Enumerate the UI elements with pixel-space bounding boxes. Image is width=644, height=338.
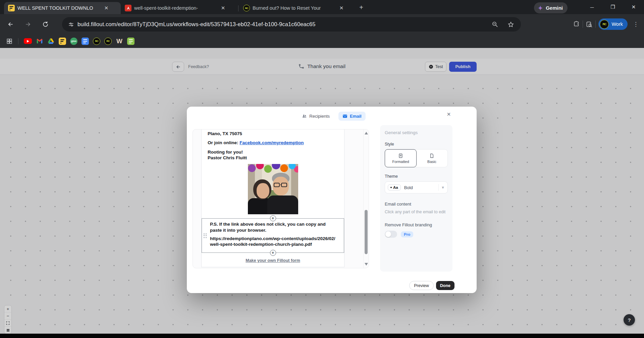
browser-tab-1[interactable]: WELL SPENT TOOLKIT DOWNLO ✕ <box>4 2 121 14</box>
theme-value: Bold <box>404 185 438 190</box>
browser-chrome: WELL SPENT TOOLKIT DOWNLO ✕ well-spent-t… <box>0 0 644 48</box>
branding-label: Remove Fillout branding <box>385 222 448 227</box>
tab-title: well-spent-toolkit-redemption- <box>134 5 217 11</box>
gloo-label: gloo <box>71 40 76 43</box>
url-text: build.fillout.com/editor/8TyTjD3QmLus/wo… <box>77 21 316 27</box>
modal-footer: Preview Done <box>409 281 454 290</box>
tab-separator <box>238 5 238 11</box>
theme-label: Theme <box>385 174 448 179</box>
extensions-icon[interactable] <box>573 21 580 27</box>
drag-handle[interactable] <box>204 233 207 238</box>
email-signoff: Rooting for you! <box>208 149 338 155</box>
bookmark-w-icon[interactable]: W <box>116 38 123 45</box>
bottom-strip <box>0 334 644 338</box>
apps-grid-icon[interactable] <box>6 38 13 45</box>
formatted-label: Formatted <box>392 160 409 164</box>
bookmark-youtube-icon[interactable] <box>24 38 32 44</box>
email-address-line: Plano, TX 75075 <box>208 131 338 136</box>
bookmark-gmail-icon[interactable] <box>36 38 43 45</box>
bookmark-gloo-icon[interactable]: gloo <box>70 38 77 45</box>
fillout-favicon-icon <box>8 5 15 11</box>
email-scrollbar[interactable] <box>363 129 369 268</box>
gemini-label: Gemini <box>546 5 563 11</box>
general-settings-panel: General settings Style Formatted Basic T… <box>380 125 452 272</box>
email-label: Email <box>350 114 362 119</box>
bookmark-star-icon[interactable] <box>507 21 514 28</box>
fillout-branding-link[interactable]: Make your own Fillout form <box>246 258 300 263</box>
email-join-line: Or join online: Facebook.com/myredemptio… <box>208 140 338 146</box>
email-preview-pane: Plano, TX 75075 Or join online: Facebook… <box>193 129 369 268</box>
style-option-basic[interactable]: Basic <box>416 150 447 167</box>
theme-dropdown[interactable]: Aa Bold ▼ <box>385 181 448 193</box>
photo-glasses <box>274 183 287 187</box>
toolbar-separator <box>595 20 596 28</box>
browser-menu-button[interactable]: ⋮ <box>633 21 639 28</box>
tab-close-icon[interactable]: ✕ <box>103 5 109 11</box>
browser-toolbar: build.fillout.com/editor/8TyTjD3QmLus/wo… <box>0 14 644 34</box>
tab-recipients[interactable]: Recipients <box>298 112 334 121</box>
photo-umbrellas <box>248 164 298 178</box>
email-body[interactable]: Plano, TX 75075 Or join online: Facebook… <box>201 129 344 267</box>
bookmark-rc2-icon[interactable]: RC <box>104 38 112 45</box>
bookmarks-separator <box>18 38 18 44</box>
gemini-star-icon <box>537 5 543 11</box>
browser-tab-2[interactable]: well-spent-toolkit-redemption- ✕ <box>121 2 237 14</box>
pdf-favicon-icon <box>125 5 131 11</box>
tab-title: WELL SPENT TOOLKIT DOWNLO <box>17 5 101 11</box>
branding-toggle[interactable] <box>385 231 397 238</box>
photo-person-man <box>267 195 298 214</box>
scrollbar-thumb[interactable] <box>365 210 368 254</box>
style-label: Style <box>385 142 448 147</box>
tab-search-icon[interactable] <box>586 21 593 28</box>
ps-text: P.S. If the link above does not click, y… <box>210 221 338 233</box>
tab-email[interactable]: Email <box>338 112 366 121</box>
add-block-below-button[interactable]: + <box>270 250 276 256</box>
reload-button[interactable] <box>40 18 51 30</box>
modal-tab-bar: Recipients Email <box>187 112 477 121</box>
tab-close-icon[interactable]: ✕ <box>338 5 344 11</box>
tab-close-icon[interactable]: ✕ <box>220 5 226 11</box>
done-button[interactable]: Done <box>436 281 454 290</box>
profile-avatar: RC <box>600 20 609 29</box>
browser-tab-3[interactable]: RC Burned out? How to Reset Your ✕ <box>239 2 353 14</box>
site-settings-icon[interactable] <box>68 21 74 27</box>
scroll-down-icon[interactable] <box>365 263 368 266</box>
theme-style-chip: Aa <box>388 184 401 190</box>
zoom-indicator-icon[interactable] <box>492 21 498 27</box>
email-signature: Pastor Chris Fluitt <box>208 155 338 161</box>
selected-email-block[interactable]: + P.S. If the link above does not click,… <box>202 218 344 253</box>
basic-doc-icon <box>429 153 434 158</box>
rc-label: RC <box>106 40 110 43</box>
scroll-up-icon[interactable] <box>365 132 368 134</box>
restore-button[interactable]: ❐ <box>602 0 623 14</box>
url-bar[interactable]: build.fillout.com/editor/8TyTjD3QmLus/wo… <box>62 17 521 32</box>
minimize-button[interactable]: ─ <box>582 0 602 14</box>
style-option-formatted[interactable]: Formatted <box>385 149 417 167</box>
chevron-down-icon: ▼ <box>441 185 445 189</box>
email-content-hint: Click any part of the email to edit <box>385 210 448 214</box>
bookmarks-bar: gloo RC RC W <box>0 34 644 48</box>
w-label: W <box>116 38 122 45</box>
tab-title: Burned out? How to Reset Your <box>253 5 336 11</box>
profile-button[interactable]: RC Work <box>598 18 628 30</box>
bookmark-docs-icon[interactable] <box>82 38 89 45</box>
bookmark-list-icon[interactable] <box>127 38 135 45</box>
close-window-button[interactable]: ✕ <box>623 0 644 14</box>
rc-favicon-icon: RC <box>243 5 250 11</box>
bookmark-drive-icon[interactable] <box>47 38 55 45</box>
email-content-label: Email content <box>385 202 448 207</box>
style-selector: Formatted Basic <box>385 149 448 167</box>
preview-button[interactable]: Preview <box>409 281 433 290</box>
add-block-above-button[interactable]: + <box>270 215 276 221</box>
back-nav-button[interactable] <box>5 18 16 30</box>
pro-badge: Pro <box>401 231 413 237</box>
bookmark-fillout-icon[interactable] <box>59 38 66 45</box>
profile-label: Work <box>611 21 623 27</box>
gemini-button[interactable]: Gemini <box>534 2 568 13</box>
forward-nav-button[interactable] <box>22 18 34 30</box>
email-photo[interactable] <box>248 164 298 214</box>
bookmark-rc-icon[interactable]: RC <box>93 38 100 45</box>
facebook-link[interactable]: Facebook.com/myredemption <box>239 140 304 145</box>
settings-title: General settings <box>385 130 448 135</box>
new-tab-button[interactable]: + <box>357 3 366 12</box>
